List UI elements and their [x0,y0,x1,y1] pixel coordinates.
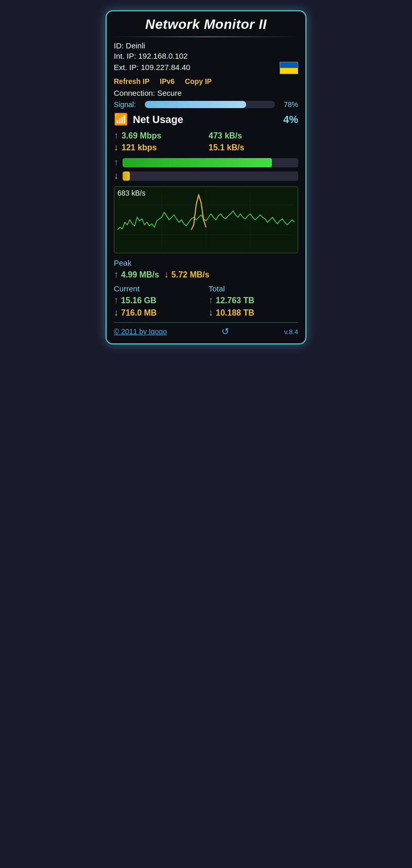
footer-row: © 2011 by Iqoqo ↺ v.8.4 [114,322,298,337]
current-upload-value: 15.16 GB [121,296,156,305]
ext-ip-line: Ext. IP: 109.227.84.40 [114,63,190,72]
connection-label: Connection: [114,89,155,97]
download-kbps-value: 121 kbps [122,143,157,152]
peak-download-icon: ↓ [164,269,169,280]
peak-download-value: 5.72 MB/s [171,270,210,280]
connection-line: Connection: Secure [114,89,298,97]
ext-ip-label: Ext. IP: [114,63,139,72]
net-usage-row: 📶 Net Usage 4% [114,113,298,126]
current-download-value: 716.0 MB [121,308,157,318]
upload-bar-row: ↑ [114,157,298,168]
peak-title: Peak [114,258,298,267]
peak-download-item: ↓ 5.72 MB/s [164,269,210,280]
footer-link[interactable]: © 2011 by Iqoqo [114,327,167,336]
download-progress-fill [123,171,130,181]
bar-section: ↑ ↓ [114,157,298,181]
id-line: ID: Deinli [114,41,298,50]
network-monitor-widget: Network Monitor II ID: Deinli Int. IP: 1… [106,10,306,344]
upload-kbs-value: 473 kB/s [209,131,242,141]
int-ip-value: 192.168.0.102 [139,51,188,60]
connection-value: Secure [157,89,182,97]
peak-upload-value: 4.99 MB/s [121,270,159,280]
ext-ip-value: 109.227.84.40 [141,63,191,72]
total-download-item: ↓ 10.188 TB [209,307,298,318]
net-usage-label: Net Usage [133,114,278,126]
upload-kbs-row: 473 kB/s [209,130,298,141]
total-upload-value: 12.763 TB [216,296,254,305]
download-kbps-row: ↓ 121 kbps [114,142,203,153]
chart-svg [117,190,295,250]
download-bar-arrow-icon: ↓ [114,170,118,181]
signal-label: Signal: [114,100,140,109]
current-download-arrow-icon: ↓ [114,307,118,318]
upload-progress-fill [123,158,272,167]
peak-upload-icon: ↑ [114,269,118,280]
total-upload-arrow-icon: ↑ [209,295,213,306]
total-download-value: 10.188 TB [216,308,254,318]
upload-arrow-icon: ↑ [114,130,118,141]
download-bar-row: ↓ [114,170,298,181]
country-flag [280,62,298,74]
peak-row: ↑ 4.99 MB/s ↓ 5.72 MB/s [114,269,298,280]
peak-upload-item: ↑ 4.99 MB/s [114,269,159,280]
id-label: ID: [114,41,124,50]
chart-peak-label: 683 kB/s [117,189,145,197]
upload-bar-arrow-icon: ↑ [114,157,118,168]
refresh-ip-button[interactable]: Refresh IP [114,77,149,85]
peak-section: Peak ↑ 4.99 MB/s ↓ 5.72 MB/s [114,258,298,280]
int-ip-line: Int. IP: 192.168.0.102 [114,51,298,60]
id-value: Deinli [126,41,145,50]
download-progress-bg [123,171,298,181]
current-total-labels: Current Total [114,284,298,293]
download-arrow-icon: ↓ [114,142,118,153]
title-divider [114,37,298,37]
footer-version: v.8.4 [284,328,298,336]
upload-mbps-value: 3.69 Mbps [122,131,161,141]
widget-title: Network Monitor II [114,16,298,32]
net-usage-percent: 4% [283,114,298,126]
total-upload-item: ↑ 12.763 TB [209,295,298,306]
current-upload-arrow-icon: ↑ [114,295,118,306]
upload-mbps-row: ↑ 3.69 Mbps [114,130,203,141]
signal-percent: 78% [280,100,298,109]
signal-bar-fill [145,101,246,108]
refresh-icon[interactable]: ↺ [221,326,229,337]
signal-bar-bg [145,101,275,108]
current-upload-item: ↑ 15.16 GB [114,295,203,306]
copy-ip-button[interactable]: Copy IP [185,77,212,85]
total-download-arrow-icon: ↓ [209,307,213,318]
download-kbs-row: 15.1 kB/s [209,142,298,153]
ext-ip-row: Ext. IP: 109.227.84.40 [114,62,298,74]
network-chart: 683 kB/s [114,186,298,253]
speed-grid: ↑ 3.69 Mbps 473 kB/s ↓ 121 kbps 15.1 kB/… [114,130,298,153]
signal-row: Signal: 78% [114,100,298,109]
int-ip-label: Int. IP: [114,51,136,60]
upload-progress-bg [123,158,298,167]
total-label: Total [209,284,298,293]
ipv6-button[interactable]: IPv6 [160,77,175,85]
current-download-item: ↓ 716.0 MB [114,307,203,318]
action-row: Refresh IP IPv6 Copy IP [114,77,298,85]
wifi-icon: 📶 [114,113,128,126]
data-rows: ↑ 15.16 GB ↑ 12.763 TB ↓ 716.0 MB ↓ 10.1… [114,295,298,318]
download-kbs-value: 15.1 kB/s [209,143,244,152]
current-label: Current [114,284,203,293]
